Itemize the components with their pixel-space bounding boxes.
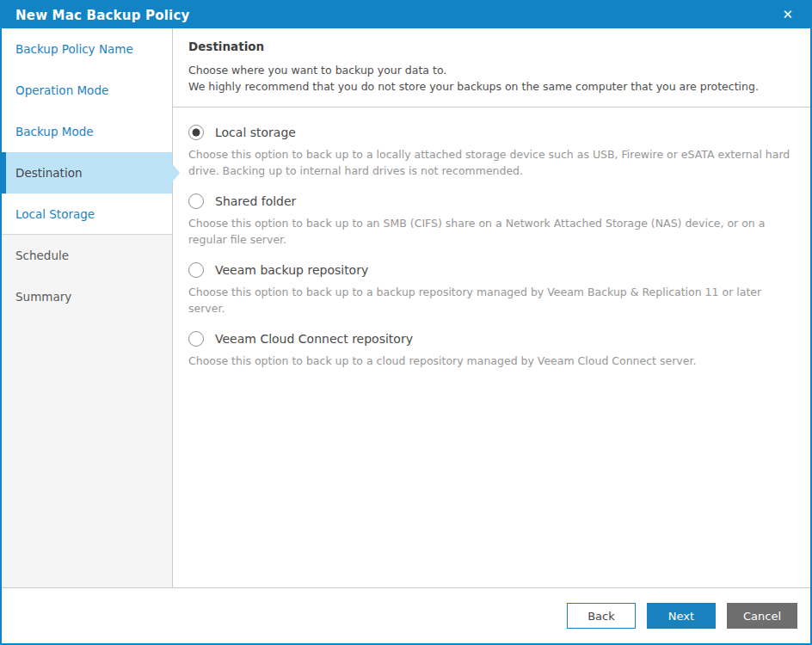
sidebar-item-backup-mode[interactable]: Backup Mode [2, 111, 172, 152]
wizard-steps-sidebar: Backup Policy Name Operation Mode Backup… [2, 28, 173, 587]
back-button[interactable]: Back [567, 603, 636, 629]
sidebar-item-label: Summary [15, 290, 71, 304]
radio-label: Veeam backup repository [215, 263, 368, 277]
cancel-button[interactable]: Cancel [727, 603, 797, 629]
title-bar: New Mac Backup Policy ✕ [2, 2, 810, 28]
radio-label: Local storage [215, 126, 296, 139]
next-button[interactable]: Next [647, 603, 716, 629]
radio-shared-folder[interactable]: Shared folder [188, 194, 795, 209]
content-pane: Destination Choose where you want to bac… [173, 28, 810, 587]
footer-bar: Back Next Cancel [2, 588, 810, 643]
new-mac-backup-policy-dialog: New Mac Backup Policy ✕ Backup Policy Na… [0, 0, 812, 645]
sidebar-item-label: Backup Policy Name [15, 42, 133, 56]
sidebar-item-label: Operation Mode [15, 83, 108, 97]
content-header: Destination Choose where you want to bac… [173, 28, 810, 108]
page-title: Destination [188, 40, 795, 53]
sidebar-item-local-storage[interactable]: Local Storage [2, 194, 172, 235]
option-shared-folder: Shared folder Choose this option to back… [188, 194, 795, 248]
close-icon[interactable]: ✕ [777, 7, 798, 23]
radio-label: Shared folder [215, 194, 296, 208]
page-description: Choose where you want to backup your dat… [188, 62, 795, 95]
sidebar-item-label: Local Storage [15, 207, 95, 221]
sidebar-item-schedule: Schedule [2, 235, 172, 276]
radio-veeam-cloud-connect-repository[interactable]: Veeam Cloud Connect repository [188, 331, 795, 347]
radio-button-icon[interactable] [188, 331, 204, 347]
sidebar-item-summary: Summary [2, 276, 172, 317]
sidebar-item-label: Schedule [15, 249, 69, 262]
radio-local-storage[interactable]: Local storage [188, 125, 795, 140]
page-description-line2: We highly recommend that you do not stor… [188, 78, 795, 95]
sidebar-item-destination[interactable]: Destination [2, 152, 172, 194]
radio-veeam-backup-repository[interactable]: Veeam backup repository [188, 262, 795, 278]
option-description: Choose this option to back up to a cloud… [188, 353, 795, 369]
sidebar-item-operation-mode[interactable]: Operation Mode [2, 70, 172, 111]
radio-button-icon[interactable] [188, 262, 204, 278]
radio-label: Veeam Cloud Connect repository [215, 332, 413, 346]
option-description: Choose this option to back up to an SMB … [188, 215, 795, 248]
sidebar-item-backup-policy-name[interactable]: Backup Policy Name [2, 28, 172, 70]
option-veeam-backup-repository: Veeam backup repository Choose this opti… [188, 262, 795, 316]
radio-button-icon[interactable] [188, 125, 204, 140]
sidebar-item-label: Backup Mode [15, 125, 94, 138]
page-description-line1: Choose where you want to backup your dat… [188, 62, 795, 78]
window-title: New Mac Backup Policy [15, 8, 777, 23]
destination-options: Local storage Choose this option to back… [173, 108, 810, 384]
option-veeam-cloud-connect-repository: Veeam Cloud Connect repository Choose th… [188, 331, 795, 369]
sidebar-item-label: Destination [15, 166, 82, 180]
radio-button-icon[interactable] [188, 194, 204, 209]
option-local-storage: Local storage Choose this option to back… [188, 125, 795, 179]
option-description: Choose this option to back up to a local… [188, 146, 795, 179]
option-description: Choose this option to back up to a backu… [188, 284, 795, 316]
dialog-body: Backup Policy Name Operation Mode Backup… [2, 28, 810, 588]
